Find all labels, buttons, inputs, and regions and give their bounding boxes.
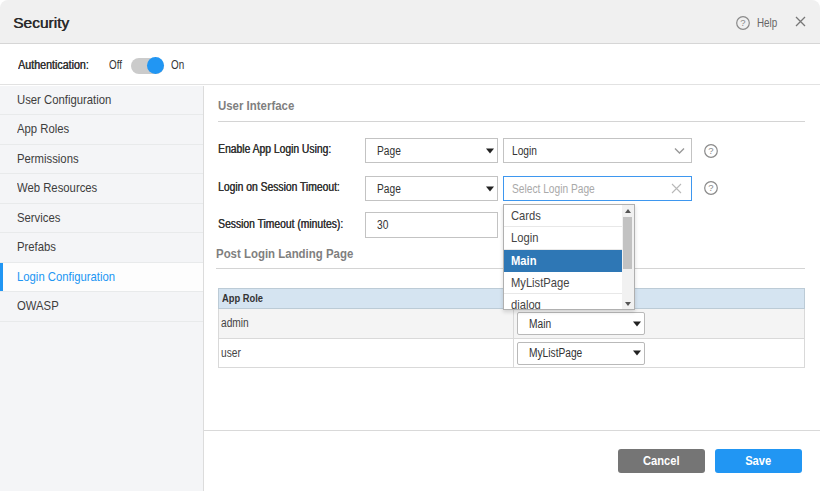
svg-text:?: ? <box>740 17 745 28</box>
svg-text:?: ? <box>708 182 713 193</box>
svg-text:?: ? <box>708 145 713 156</box>
